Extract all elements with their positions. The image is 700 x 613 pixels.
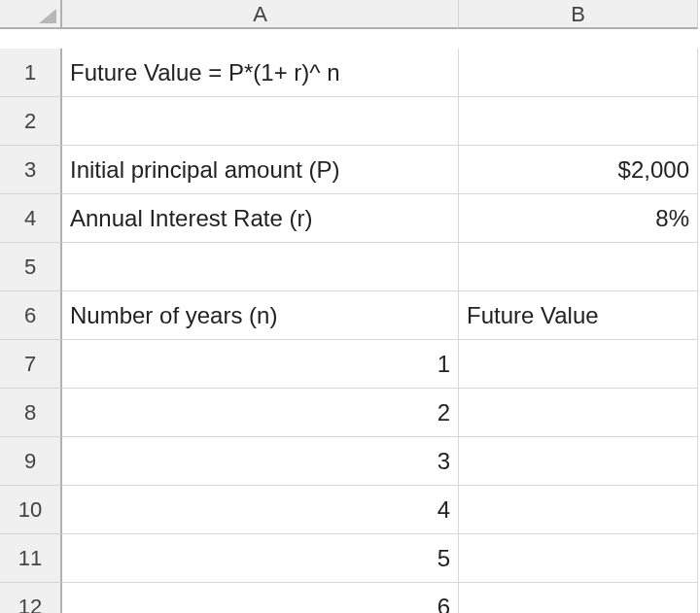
row-header-8[interactable]: 8 — [0, 389, 62, 437]
cell-B8[interactable] — [459, 389, 698, 437]
cell-B4[interactable]: 8% — [459, 194, 698, 243]
cell-A6[interactable]: Number of years (n) — [62, 291, 459, 340]
row-header-10[interactable]: 10 — [0, 486, 62, 534]
col-header-A[interactable]: A — [62, 0, 459, 29]
cell-B3[interactable]: $2,000 — [459, 146, 698, 194]
cell-A10[interactable]: 4 — [62, 486, 459, 534]
cell-A8[interactable]: 2 — [62, 389, 459, 437]
cell-A7[interactable]: 1 — [62, 340, 459, 389]
cell-A4[interactable]: Annual Interest Rate (r) — [62, 194, 459, 243]
row-header-1[interactable]: 1 — [0, 49, 62, 97]
row-header-12[interactable]: 12 — [0, 583, 62, 613]
cell-A12[interactable]: 6 — [62, 583, 459, 613]
row-header-9[interactable]: 9 — [0, 437, 62, 486]
cell-B1[interactable] — [459, 49, 698, 97]
cell-B11[interactable] — [459, 534, 698, 583]
cell-A2[interactable] — [62, 97, 459, 146]
cell-B12[interactable] — [459, 583, 698, 613]
row-header-5[interactable]: 5 — [0, 243, 62, 291]
cell-A3[interactable]: Initial principal amount (P) — [62, 146, 459, 194]
cell-A5[interactable] — [62, 243, 459, 291]
cell-B6[interactable]: Future Value — [459, 291, 698, 340]
cell-A1[interactable]: Future Value = P*(1+ r)^ n — [62, 49, 459, 97]
cell-A11[interactable]: 5 — [62, 534, 459, 583]
spreadsheet-grid: A B 1 Future Value = P*(1+ r)^ n 2 3 Ini… — [0, 0, 700, 613]
row-header-11[interactable]: 11 — [0, 534, 62, 583]
row-header-7[interactable]: 7 — [0, 340, 62, 389]
row-header-2[interactable]: 2 — [0, 97, 62, 146]
row-header-4[interactable]: 4 — [0, 194, 62, 243]
row-header-3[interactable]: 3 — [0, 146, 62, 194]
cell-B9[interactable] — [459, 437, 698, 486]
select-all-corner[interactable] — [0, 0, 62, 29]
cell-B5[interactable] — [459, 243, 698, 291]
col-header-B[interactable]: B — [459, 0, 698, 29]
cell-A9[interactable]: 3 — [62, 437, 459, 486]
row-header-6[interactable]: 6 — [0, 291, 62, 340]
cell-B10[interactable] — [459, 486, 698, 534]
cell-B2[interactable] — [459, 97, 698, 146]
cell-B7[interactable] — [459, 340, 698, 389]
